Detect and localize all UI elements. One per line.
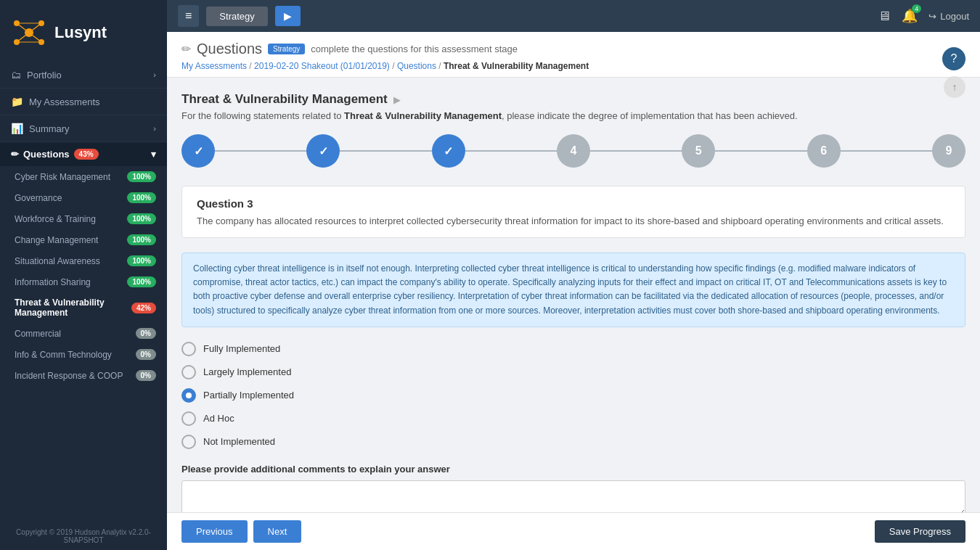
logout-button[interactable]: ↪ Logout <box>928 11 969 22</box>
sub-item-badge: 100% <box>127 234 156 245</box>
chevron-icon: › <box>153 70 156 79</box>
sidebar-item-questions[interactable]: ✏ Questions 43% ▾ <box>0 142 167 166</box>
nav-arrow-button[interactable]: ▶ <box>275 6 301 26</box>
sub-item-badge: 100% <box>127 171 156 182</box>
option-label-not-implemented: Not Implemented <box>203 436 275 447</box>
section-title-row: Threat & Vulnerability Management ▶ <box>181 92 965 107</box>
questions-badge: 43% <box>74 149 99 160</box>
svg-line-8 <box>29 33 41 42</box>
sidebar-item-incident[interactable]: Incident Response & COOP 0% <box>0 365 167 386</box>
summary-icon: 📊 <box>11 123 23 134</box>
option-not-implemented: Not Implemented <box>181 435 965 449</box>
step-5[interactable]: 5 <box>682 134 715 168</box>
sub-item-label: Info & Comm Technology <box>15 350 112 360</box>
sidebar-item-my-assessments[interactable]: 📁 My Assessments <box>0 89 167 115</box>
option-partially: Partially Implemented <box>181 388 965 403</box>
strategy-badge: Strategy <box>268 44 305 54</box>
sidebar-item-portfolio[interactable]: 🗂 Portfolio › <box>0 62 167 89</box>
breadcrumb-questions[interactable]: Questions <box>397 61 436 71</box>
footer: Previous Next Save Progress <box>167 512 980 550</box>
sidebar-item-situational[interactable]: Situational Awareness 100% <box>0 250 167 271</box>
sidebar-item-threat-vuln[interactable]: Threat & Vulnerability Management 42% <box>0 292 167 323</box>
page-subtitle: complete the questions for this assessme… <box>311 44 518 54</box>
questions-content: Threat & Vulnerability Management ▶ For … <box>167 78 980 512</box>
section-title: Threat & Vulnerability Management <box>181 92 388 107</box>
content-area: Threat & Vulnerability Management ▶ For … <box>167 78 980 512</box>
sidebar-item-cyber-risk[interactable]: Cyber Risk Management 100% <box>0 166 167 187</box>
option-label-fully: Fully Implemented <box>203 343 280 354</box>
option-fully: Fully Implemented <box>181 342 965 356</box>
radio-adhoc[interactable] <box>181 411 196 426</box>
question-box: Question 3 The company has allocated res… <box>181 186 965 238</box>
page-title: Questions <box>197 41 262 57</box>
breadcrumb-assessment[interactable]: 2019-02-20 Shakeout (01/01/2019) <box>254 61 390 71</box>
sub-item-label: Workforce & Training <box>15 214 96 224</box>
step-1[interactable]: ✓ <box>181 134 215 168</box>
sub-item-badge: 0% <box>136 370 156 381</box>
breadcrumb-current: Threat & Vulnerability Management <box>444 61 589 71</box>
sub-item-label: Governance <box>15 193 62 203</box>
breadcrumb-my-assessments[interactable]: My Assessments <box>181 61 247 71</box>
topbar: ≡ Strategy ▶ 🖥 🔔 4 ↪ Logout <box>167 0 980 32</box>
radio-not-implemented[interactable] <box>181 435 196 449</box>
sub-item-badge: 42% <box>131 303 156 313</box>
scroll-top-button[interactable]: ↑ <box>944 76 965 98</box>
steps-row: ✓ ✓ ✓ 4 5 6 9 <box>181 134 965 168</box>
sidebar: Lusynt 🗂 Portfolio › 📁 My Assessments 📊 … <box>0 0 167 550</box>
sidebar-item-info-comm[interactable]: Info & Comm Technology 0% <box>0 344 167 365</box>
step-6[interactable]: 6 <box>807 134 841 168</box>
logo-icon <box>11 15 47 51</box>
menu-button[interactable]: ≡ <box>178 5 199 27</box>
sub-item-label: Commercial <box>15 329 61 339</box>
option-label-adhoc: Ad Hoc <box>203 413 234 424</box>
help-button[interactable]: ? <box>942 47 965 70</box>
radio-partially[interactable] <box>181 388 196 403</box>
sub-item-badge: 100% <box>127 276 156 287</box>
options-section: Fully Implemented Largely Implemented Pa… <box>181 342 965 449</box>
sub-item-badge: 100% <box>127 255 156 266</box>
sidebar-logo: Lusynt <box>0 0 167 62</box>
next-button[interactable]: Next <box>253 520 302 543</box>
info-text: Collecting cyber threat intelligence is … <box>193 263 947 316</box>
step-line-4 <box>590 150 682 152</box>
step-4[interactable]: 4 <box>557 134 590 168</box>
step-9[interactable]: 9 <box>932 134 965 168</box>
comments-input[interactable] <box>181 480 965 512</box>
sub-item-label: Information Sharing <box>15 277 91 287</box>
sidebar-item-commercial[interactable]: Commercial 0% <box>0 323 167 344</box>
step-2[interactable]: ✓ <box>306 134 340 168</box>
step-3[interactable]: ✓ <box>432 134 465 168</box>
step-line-3 <box>465 150 557 152</box>
svg-line-6 <box>29 23 41 33</box>
notification-count: 4 <box>912 4 921 13</box>
question-text: The company has allocated resources to i… <box>197 216 950 226</box>
page-header: ✏ Questions Strategy complete the questi… <box>167 32 980 78</box>
strategy-button[interactable]: Strategy <box>206 7 267 26</box>
sidebar-item-label: Summary <box>29 123 70 134</box>
sidebar-item-summary[interactable]: 📊 Summary › <box>0 115 167 142</box>
sub-item-label: Cyber Risk Management <box>15 172 110 182</box>
portfolio-icon: 🗂 <box>11 69 21 81</box>
option-largely: Largely Implemented <box>181 365 965 379</box>
previous-button[interactable]: Previous <box>181 520 248 543</box>
sidebar-item-change-mgmt[interactable]: Change Management 100% <box>0 229 167 250</box>
svg-line-7 <box>17 33 29 42</box>
sub-item-badge: 100% <box>127 192 156 203</box>
radio-fully[interactable] <box>181 342 196 356</box>
copyright-text: Copyright © 2019 Hudson Analytix v2.2.0-… <box>0 522 167 550</box>
sub-item-label: Incident Response & COOP <box>15 371 123 381</box>
notification-bell[interactable]: 🔔 4 <box>902 8 918 24</box>
option-label-largely: Largely Implemented <box>203 366 291 377</box>
sub-item-label: Change Management <box>15 235 98 245</box>
step-line-1 <box>215 150 306 152</box>
sidebar-item-info-sharing[interactable]: Information Sharing 100% <box>0 271 167 292</box>
sidebar-item-governance[interactable]: Governance 100% <box>0 187 167 208</box>
breadcrumb: My Assessments / 2019-02-20 Shakeout (01… <box>181 61 965 71</box>
section-arrow-icon: ▶ <box>393 94 401 105</box>
page-edit-icon: ✏ <box>181 42 191 56</box>
save-progress-button[interactable]: Save Progress <box>875 520 965 543</box>
monitor-icon[interactable]: 🖥 <box>878 9 891 24</box>
info-box: Collecting cyber threat intelligence is … <box>181 253 965 327</box>
radio-largely[interactable] <box>181 365 196 379</box>
sidebar-item-workforce[interactable]: Workforce & Training 100% <box>0 208 167 229</box>
